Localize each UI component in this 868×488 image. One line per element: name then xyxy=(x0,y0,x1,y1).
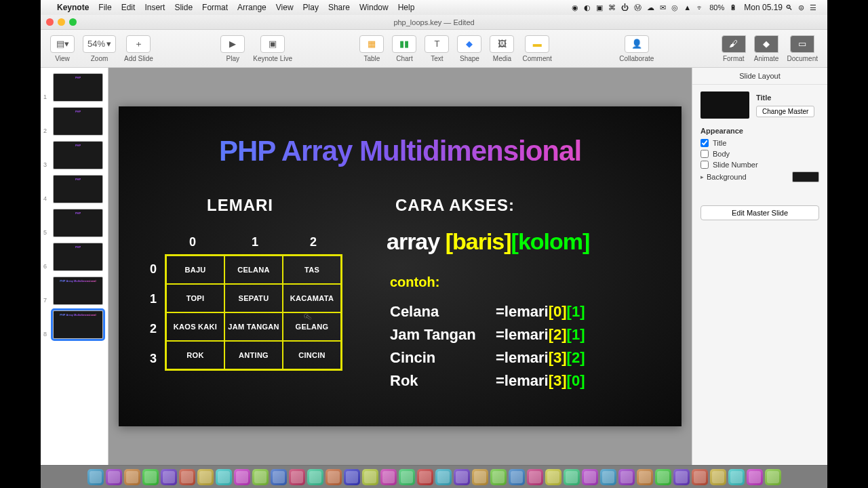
view-button[interactable]: ▤▾ View xyxy=(50,35,75,62)
dock-app-icon[interactable] xyxy=(564,469,580,485)
body-checkbox[interactable]: Body xyxy=(701,150,819,158)
menu-slide[interactable]: Slide xyxy=(174,3,193,12)
play-button[interactable]: ▶ Play xyxy=(220,35,245,62)
menu-edit[interactable]: Edit xyxy=(121,3,136,12)
status-icon[interactable]: ☁ xyxy=(647,3,654,12)
slide-thumbnail[interactable]: PHP xyxy=(53,209,103,237)
fullscreen-icon[interactable] xyxy=(69,18,77,26)
status-icon[interactable]: ⏻ xyxy=(621,3,629,12)
dock-app-icon[interactable] xyxy=(747,469,763,485)
background-swatch[interactable] xyxy=(792,171,819,182)
status-icon[interactable]: ✉ xyxy=(660,3,666,12)
dock-app-icon[interactable] xyxy=(142,469,159,485)
slide-thumbnail[interactable]: PHP xyxy=(53,73,103,102)
table-button[interactable]: ▦ Table xyxy=(359,35,384,62)
menu-play[interactable]: Play xyxy=(303,3,319,12)
dock-app-icon[interactable] xyxy=(326,469,342,485)
slide-thumbnail[interactable]: PHP xyxy=(53,141,103,169)
dock-app-icon[interactable] xyxy=(655,469,671,485)
slide-thumbnail[interactable]: PHP xyxy=(53,107,103,136)
dock-app-icon[interactable] xyxy=(87,469,104,485)
status-icon[interactable]: ◉ xyxy=(572,3,578,12)
slide-title[interactable]: PHP Array Multidimensional xyxy=(119,135,682,167)
dock-app-icon[interactable] xyxy=(252,469,269,485)
control-center-icon[interactable]: ⊜ xyxy=(798,3,804,12)
dock-app-icon[interactable] xyxy=(179,469,195,485)
dock-app-icon[interactable] xyxy=(289,469,305,485)
dock-app-icon[interactable] xyxy=(600,469,616,485)
dock-app-icon[interactable] xyxy=(637,469,653,485)
dock-app-icon[interactable] xyxy=(344,469,360,485)
format-tab-button[interactable]: 🖌︎ Format xyxy=(722,35,746,62)
dock-app-icon[interactable] xyxy=(509,469,525,485)
dock-app-icon[interactable] xyxy=(454,469,470,485)
dock-app-icon[interactable] xyxy=(399,469,415,485)
status-icon[interactable]: ▣ xyxy=(596,3,603,12)
dock-app-icon[interactable] xyxy=(545,469,561,485)
dock-app-icon[interactable] xyxy=(380,469,397,485)
battery-icon[interactable]: 🔋︎ xyxy=(730,3,737,12)
status-icon[interactable]: ▲ xyxy=(684,3,691,12)
edit-master-slide-button[interactable]: Edit Master Slide xyxy=(701,205,819,220)
menu-arrange[interactable]: Arrange xyxy=(237,3,267,12)
dock-app-icon[interactable] xyxy=(124,469,140,485)
dock-app-icon[interactable] xyxy=(618,469,635,485)
dock-app-icon[interactable] xyxy=(362,469,378,485)
dock-app-icon[interactable] xyxy=(527,469,543,485)
text-button[interactable]: T Text xyxy=(425,35,449,62)
dock-app-icon[interactable] xyxy=(307,469,323,485)
dock-app-icon[interactable] xyxy=(490,469,507,485)
menubar-clock[interactable]: Mon 05.19 xyxy=(744,3,783,12)
wifi-icon[interactable]: ᯤ xyxy=(696,3,704,12)
collaborate-button[interactable]: 👤 Collaborate xyxy=(619,35,654,62)
dock-app-icon[interactable] xyxy=(417,469,433,485)
window-titlebar[interactable]: php_loops.key — Edited xyxy=(41,15,827,30)
dock-app-icon[interactable] xyxy=(673,469,690,485)
traffic-lights[interactable] xyxy=(46,18,77,26)
slide-thumbnail[interactable]: PHP Array Multidimensional xyxy=(53,310,103,339)
dock-app-icon[interactable] xyxy=(582,469,598,485)
slide-navigator[interactable]: 1PHP2PHP3PHP4PHP5PHP6PHP7PHP Array Multi… xyxy=(41,68,108,465)
dock-app-icon[interactable] xyxy=(106,469,122,485)
menu-file[interactable]: File xyxy=(98,3,111,12)
keynote-live-button[interactable]: ▣ Keynote Live xyxy=(253,35,292,62)
menu-help[interactable]: Help xyxy=(398,3,415,12)
dock-app-icon[interactable] xyxy=(271,469,287,485)
slide-thumbnail[interactable]: PHP Array Multidimensional xyxy=(53,277,103,305)
slide[interactable]: PHP Array Multidimensional LEMARI CARA A… xyxy=(119,106,682,426)
dock-app-icon[interactable] xyxy=(710,469,726,485)
menu-view[interactable]: View xyxy=(276,3,294,12)
dock-app-icon[interactable] xyxy=(435,469,452,485)
add-slide-button[interactable]: ＋ Add Slide xyxy=(124,35,153,62)
dock-app-icon[interactable] xyxy=(197,469,214,485)
slide-thumbnail[interactable]: PHP xyxy=(53,243,103,271)
app-name[interactable]: Keynote xyxy=(57,3,89,12)
slide-canvas[interactable]: PHP Array Multidimensional LEMARI CARA A… xyxy=(108,68,692,465)
disclosure-triangle-icon[interactable]: ▸ xyxy=(701,174,704,180)
menu-format[interactable]: Format xyxy=(202,3,228,12)
status-icon[interactable]: ◐ xyxy=(584,3,591,12)
comment-button[interactable]: ▬ Comment xyxy=(522,35,551,62)
change-master-button[interactable]: Change Master xyxy=(756,106,814,117)
notification-icon[interactable]: ☰ xyxy=(810,3,816,12)
status-icon[interactable]: ◎ xyxy=(671,3,678,12)
menu-share[interactable]: Share xyxy=(328,3,350,12)
media-button[interactable]: 🖼︎ Media xyxy=(490,35,514,62)
dock-app-icon[interactable] xyxy=(728,469,745,485)
dock-app-icon[interactable] xyxy=(765,469,781,485)
title-checkbox[interactable]: Title xyxy=(701,139,819,147)
status-icon[interactable]: Ⓜ xyxy=(634,3,642,13)
minimize-icon[interactable] xyxy=(58,18,65,26)
menu-insert[interactable]: Insert xyxy=(144,3,165,12)
master-thumbnail[interactable] xyxy=(701,92,749,119)
shape-button[interactable]: ◆ Shape xyxy=(457,35,481,62)
dock-app-icon[interactable] xyxy=(472,469,488,485)
document-tab-button[interactable]: ▭ Document xyxy=(787,35,818,62)
dock-app-icon[interactable] xyxy=(234,469,250,485)
spotlight-icon[interactable]: 🔍︎ xyxy=(785,3,793,12)
chart-button[interactable]: ▮▮ Chart xyxy=(392,35,416,62)
dock-app-icon[interactable] xyxy=(161,469,177,485)
menu-window[interactable]: Window xyxy=(359,3,389,12)
dock-app-icon[interactable] xyxy=(692,469,708,485)
zoom-select[interactable]: 54%▾ Zoom xyxy=(83,35,116,62)
